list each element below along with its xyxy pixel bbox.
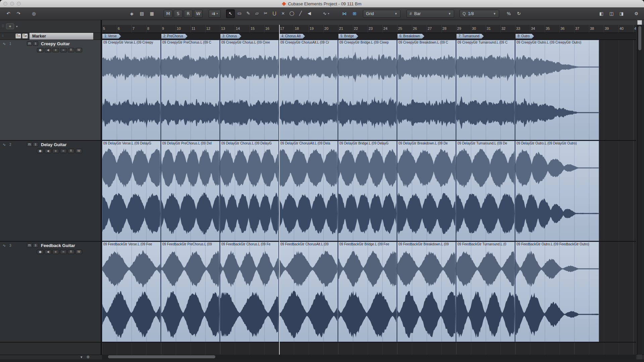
edit-channel-button[interactable]: e bbox=[52, 48, 59, 52]
quantize-panel-button[interactable]: ↻ bbox=[515, 10, 523, 18]
audio-event[interactable]: 09 DelayGtr ChorusAlt.L (09 Dela bbox=[279, 141, 338, 241]
track-solo-button[interactable]: s bbox=[33, 243, 38, 248]
audio-event[interactable]: 09 CreepyGtr Breakdown.L (09 C bbox=[397, 40, 456, 140]
track-header[interactable]: ∿3msFeedback Guitar●◀e∞RW bbox=[0, 242, 101, 343]
track-solo-button[interactable]: s bbox=[33, 41, 38, 46]
audio-event[interactable]: 09 CreepyGtr Chorus.L (09 Cree bbox=[220, 40, 279, 140]
erase-tool[interactable]: ▱ bbox=[253, 9, 261, 17]
project-cursor[interactable] bbox=[279, 25, 280, 355]
open-mixconsole-button[interactable]: ▦ bbox=[148, 10, 156, 18]
audio-event[interactable]: 09 CreepyGtr Verse.L (09 Creepy bbox=[102, 40, 161, 140]
chevron-down-icon[interactable]: ▾ bbox=[80, 355, 83, 359]
audio-event[interactable]: 09 CreepyGtr PreChorus.L (09 C bbox=[161, 40, 220, 140]
write-automation-button[interactable]: W bbox=[75, 48, 82, 52]
read-automation-button[interactable]: R bbox=[68, 48, 74, 52]
track-mute-button[interactable]: m bbox=[27, 243, 32, 248]
audio-event[interactable]: 09 FeedbackGtr ChorusAlt.L (09 bbox=[279, 242, 338, 342]
track-header[interactable]: ∿2msDelay Guitar●◀e∞RW bbox=[0, 141, 101, 242]
vertical-scrollbar-thumb[interactable] bbox=[638, 26, 641, 50]
constrain-delay-compensation-button[interactable]: ◎ bbox=[30, 10, 38, 18]
record-enable-button[interactable]: ● bbox=[37, 149, 44, 153]
bypass-inserts-button[interactable]: ∞ bbox=[60, 48, 67, 52]
redo-button[interactable]: ↷ bbox=[14, 10, 23, 18]
chevron-down-icon[interactable]: ▾ bbox=[16, 25, 18, 28]
marker-flag[interactable]: 7: Turnaround bbox=[457, 34, 484, 39]
draw-tool[interactable]: ✎ bbox=[244, 9, 252, 17]
solo-all-button[interactable]: S bbox=[174, 10, 182, 18]
audio-event[interactable]: 09 DelayGtr Verse.L (09 DelayG bbox=[102, 141, 161, 241]
bypass-inserts-button[interactable]: ∞ bbox=[60, 250, 67, 254]
show-left-zone-button[interactable]: ◧ bbox=[597, 10, 606, 18]
grid-type-select[interactable]: # Bar ▼ bbox=[407, 10, 454, 18]
monitor-button[interactable]: ◀ bbox=[45, 149, 51, 153]
read-automation-button[interactable]: R bbox=[68, 250, 74, 254]
add-cycle-marker-button[interactable]: T⇄ bbox=[22, 34, 28, 39]
monitor-button[interactable]: ◀ bbox=[45, 48, 51, 52]
vertical-scrollbar[interactable] bbox=[637, 25, 642, 355]
read-all-automation-button[interactable]: R bbox=[184, 10, 193, 18]
timeline-ruler[interactable]: 5678910111213141516171819202122232425262… bbox=[102, 25, 636, 33]
undo-button[interactable]: ↶ bbox=[4, 10, 13, 18]
track-name[interactable]: Feedback Guitar bbox=[41, 243, 75, 248]
audio-event[interactable]: 09 CreepyGtr ChorusAlt.L (09 Cr bbox=[279, 40, 338, 140]
mute-tool[interactable]: × bbox=[279, 9, 287, 17]
add-track-button[interactable]: + bbox=[6, 23, 14, 29]
grid-mode-select[interactable]: Grid ▼ bbox=[363, 10, 400, 18]
read-automation-button[interactable]: R bbox=[68, 149, 74, 153]
record-enable-button[interactable]: ● bbox=[37, 48, 44, 52]
track-mute-button[interactable]: m bbox=[27, 142, 32, 147]
track-mute-button[interactable]: m bbox=[27, 41, 32, 46]
audio-event[interactable]: 09 FeedbackGtr Chorus.L (09 Fe bbox=[220, 242, 279, 342]
show-right-zone-button[interactable]: ◨ bbox=[617, 10, 626, 18]
autoscroll-button[interactable]: ⇉ ▾ bbox=[209, 10, 221, 18]
marker-flag[interactable]: 4: Chorus Alt bbox=[279, 34, 305, 39]
write-automation-button[interactable]: W bbox=[75, 149, 82, 153]
audio-event[interactable]: 09 DelayGtr PreChorus.L (09 Del bbox=[161, 141, 220, 241]
event-display-area[interactable]: 09 CreepyGtr Verse.L (09 Creepy09 Creepy… bbox=[102, 40, 636, 355]
object-selection-tool[interactable]: ↖ bbox=[226, 9, 235, 18]
add-marker-button[interactable]: T+ bbox=[15, 34, 21, 39]
horizontal-scrollbar[interactable] bbox=[102, 355, 636, 359]
audio-event[interactable]: 09 DelayGtr Turnaround.L (09 De bbox=[456, 141, 515, 241]
edit-channel-button[interactable]: e bbox=[52, 250, 59, 254]
audio-event[interactable]: 09 DelayGtr Breakdown.L (09 De bbox=[397, 141, 456, 241]
glue-tool[interactable]: ⋃ bbox=[270, 9, 278, 17]
track-name[interactable]: Delay Guitar bbox=[41, 142, 67, 147]
audio-event[interactable]: 09 CreepyGtr Turnaround.L (09 C bbox=[456, 40, 515, 140]
setup-window-layout-button[interactable]: ▤ bbox=[138, 10, 146, 18]
track-lane[interactable]: 09 CreepyGtr Verse.L (09 Creepy09 Creepy… bbox=[102, 40, 636, 141]
marker-flag[interactable]: 1: Verse bbox=[102, 34, 121, 39]
audio-event[interactable]: 09 DelayGtr Outro.L (09 DelayGtr Outro) bbox=[515, 141, 599, 241]
ruler-options-button[interactable] bbox=[637, 20, 642, 25]
record-enable-button[interactable]: ● bbox=[37, 250, 44, 254]
marker-flag[interactable]: 5: Bridge bbox=[338, 34, 358, 39]
marker-track-header[interactable]: ⠿ T+ T⇄ Marker bbox=[0, 33, 101, 40]
track-solo-button[interactable]: s bbox=[33, 142, 38, 147]
iterative-quantize-button[interactable]: % bbox=[504, 10, 513, 18]
setup-toolbar-gear-button[interactable]: ⚙ bbox=[632, 10, 641, 18]
track-lane[interactable]: 09 FeedbackGtr Verse.L (09 Fee09 Feedbac… bbox=[102, 242, 636, 343]
write-automation-button[interactable]: W bbox=[75, 250, 82, 254]
horizontal-scrollbar-thumb[interactable] bbox=[108, 355, 215, 358]
track-name[interactable]: Creepy Guitar bbox=[41, 41, 70, 46]
monitor-button[interactable]: ◀ bbox=[45, 250, 51, 254]
audio-event[interactable]: 09 DelayGtr Chorus.L (09 DelayG bbox=[220, 141, 279, 241]
range-selection-tool[interactable]: ▭ bbox=[235, 9, 244, 17]
snap-on-off-button[interactable]: ⋈ bbox=[340, 10, 349, 18]
audio-event[interactable]: 09 FeedbackGtr Bridge.L (09 Fee bbox=[338, 242, 397, 342]
gear-icon[interactable]: ⚙ bbox=[87, 355, 90, 359]
curve-kind-button[interactable]: ∿ ▾ bbox=[320, 10, 332, 18]
audio-event[interactable]: 09 FeedbackGtr Verse.L (09 Fee bbox=[102, 242, 161, 342]
bypass-inserts-button[interactable]: ∞ bbox=[60, 149, 67, 153]
split-tool[interactable]: ✂ bbox=[262, 9, 270, 17]
track-header[interactable]: ∿1msCreepy Guitar●◀e∞RW bbox=[0, 40, 101, 141]
write-all-automation-button[interactable]: W bbox=[194, 10, 203, 18]
mute-all-button[interactable]: M bbox=[164, 10, 172, 18]
line-tool[interactable]: ╱ bbox=[297, 9, 305, 17]
play-tool[interactable]: ◀ bbox=[305, 9, 313, 17]
marker-flag[interactable]: 2: PreChorus bbox=[161, 34, 187, 39]
show-lower-zone-button[interactable]: ◫ bbox=[607, 10, 616, 18]
audio-event[interactable]: 09 CreepyGtr Bridge.L (09 Creep bbox=[338, 40, 397, 140]
audio-event[interactable]: 09 FeedbackGtr PreChorus.L (09 bbox=[161, 242, 220, 342]
snap-type-button[interactable]: ⊞ bbox=[350, 10, 359, 18]
